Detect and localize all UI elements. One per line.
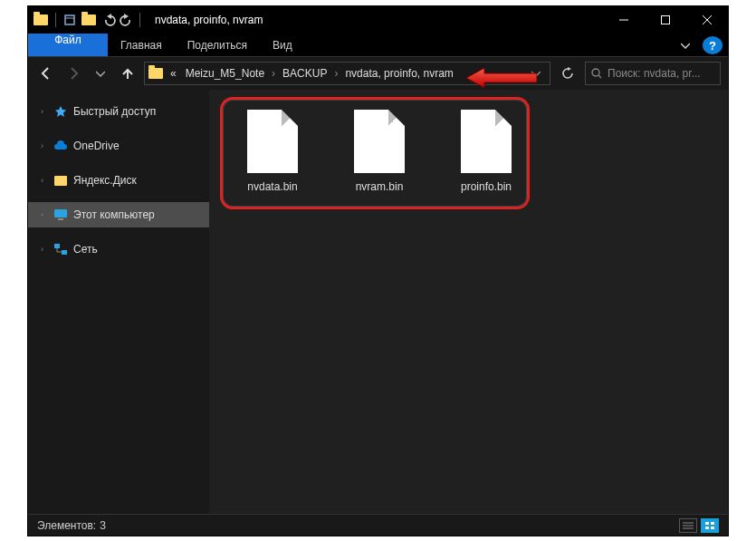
file-name: nvdata.bin xyxy=(247,180,297,193)
help-icon[interactable]: ? xyxy=(703,36,723,54)
nav-forward-button[interactable] xyxy=(62,63,84,84)
qat-redo-icon[interactable] xyxy=(120,14,132,26)
file-icon xyxy=(354,110,405,173)
file-name: proinfo.bin xyxy=(461,180,512,193)
file-item[interactable]: proinfo.bin xyxy=(446,110,526,193)
svg-rect-16 xyxy=(711,522,714,525)
sidebar-item-yandexdisk[interactable]: › Яндекс.Диск xyxy=(28,168,209,193)
ribbon-tabs: Файл Главная Поделиться Вид ? xyxy=(28,34,728,57)
sidebar-item-label: Быстрый доступ xyxy=(73,105,156,118)
minimize-button[interactable] xyxy=(603,6,645,34)
sidebar-item-thispc[interactable]: › Этот компьютер xyxy=(28,202,209,227)
svg-rect-18 xyxy=(711,527,714,529)
nav-pane: › Быстрый доступ › OneDrive › Яндекс.Дис… xyxy=(28,90,209,514)
svg-line-7 xyxy=(598,75,601,78)
nav-back-button[interactable] xyxy=(35,63,57,84)
chevron-right-icon[interactable]: › xyxy=(41,176,48,185)
qat xyxy=(28,13,146,27)
file-item[interactable]: nvram.bin xyxy=(340,110,419,193)
star-icon xyxy=(53,104,68,119)
svg-point-6 xyxy=(592,69,599,76)
breadcrumb-crumb[interactable]: BACKUP xyxy=(279,67,330,80)
qat-undo-icon[interactable] xyxy=(103,14,116,26)
sidebar-item-network[interactable]: › Сеть xyxy=(28,237,209,262)
sidebar-item-onedrive[interactable]: › OneDrive xyxy=(28,133,209,159)
file-icon xyxy=(461,110,512,173)
svg-rect-15 xyxy=(705,522,709,525)
file-icon xyxy=(247,110,298,173)
chevron-right-icon[interactable]: › xyxy=(41,210,48,219)
sidebar-item-label: OneDrive xyxy=(73,140,120,152)
nav-up-button[interactable] xyxy=(117,63,139,84)
chevron-right-icon[interactable]: › xyxy=(41,107,48,116)
svg-rect-17 xyxy=(705,527,709,529)
ribbon-expand-icon[interactable] xyxy=(674,34,697,56)
address-bar: « Meizu_M5_Note › BACKUP › nvdata, proin… xyxy=(28,57,728,90)
file-list[interactable]: nvdata.bin nvram.bin proinfo.bin xyxy=(209,90,728,514)
search-icon xyxy=(591,68,602,79)
breadcrumb-crumb[interactable]: nvdata, proinfo, nvram xyxy=(341,67,456,80)
view-details-button[interactable] xyxy=(679,518,697,533)
status-items-count: 3 xyxy=(100,519,106,532)
refresh-button[interactable] xyxy=(556,62,579,85)
svg-rect-3 xyxy=(662,16,670,24)
tab-home[interactable]: Главная xyxy=(108,34,175,56)
tab-file[interactable]: Файл xyxy=(28,34,108,56)
chevron-right-icon[interactable]: › xyxy=(41,141,48,150)
sidebar-item-label: Сеть xyxy=(73,243,98,256)
folder-icon xyxy=(148,68,163,79)
cloud-icon xyxy=(53,139,68,153)
search-input[interactable]: Поиск: nvdata, pr... xyxy=(585,62,721,85)
qat-properties-icon[interactable] xyxy=(63,14,76,26)
explorer-window: nvdata, proinfo, nvram Файл Главная Поде… xyxy=(27,5,729,536)
svg-rect-9 xyxy=(58,218,63,220)
svg-rect-8 xyxy=(54,209,67,217)
status-items-label: Элементов: xyxy=(37,519,96,532)
chevron-right-icon[interactable]: › xyxy=(41,245,48,254)
window-title: nvdata, proinfo, nvram xyxy=(155,14,263,26)
app-icon xyxy=(33,14,48,25)
close-button[interactable] xyxy=(686,6,728,34)
tab-share[interactable]: Поделиться xyxy=(175,34,260,56)
breadcrumb[interactable]: « Meizu_M5_Note › BACKUP › nvdata, proin… xyxy=(144,62,550,85)
tab-view[interactable]: Вид xyxy=(260,34,305,56)
status-bar: Элементов: 3 xyxy=(28,514,728,536)
sidebar-item-label: Яндекс.Диск xyxy=(73,174,137,187)
network-icon xyxy=(53,242,68,256)
sidebar-item-label: Этот компьютер xyxy=(73,208,155,221)
monitor-icon xyxy=(53,208,68,222)
file-item[interactable]: nvdata.bin xyxy=(233,110,312,193)
svg-rect-10 xyxy=(54,244,60,248)
chevron-right-icon[interactable]: › xyxy=(270,67,277,80)
chevron-right-icon[interactable]: › xyxy=(332,67,340,80)
maximize-button[interactable] xyxy=(645,6,686,34)
breadcrumb-prefix: « xyxy=(167,67,180,80)
disk-icon xyxy=(53,173,68,188)
qat-newfolder-icon[interactable] xyxy=(81,14,96,25)
svg-rect-0 xyxy=(65,15,74,24)
nav-recent-dropdown[interactable] xyxy=(90,63,111,84)
file-name: nvram.bin xyxy=(356,180,404,193)
sidebar-item-quickaccess[interactable]: › Быстрый доступ xyxy=(28,99,209,124)
breadcrumb-crumb[interactable]: Meizu_M5_Note xyxy=(182,67,268,80)
titlebar: nvdata, proinfo, nvram xyxy=(28,6,728,34)
view-largeicons-button[interactable] xyxy=(701,518,719,533)
svg-rect-11 xyxy=(62,250,67,255)
annotation-arrow-icon xyxy=(464,66,537,90)
search-placeholder: Поиск: nvdata, pr... xyxy=(608,67,701,80)
